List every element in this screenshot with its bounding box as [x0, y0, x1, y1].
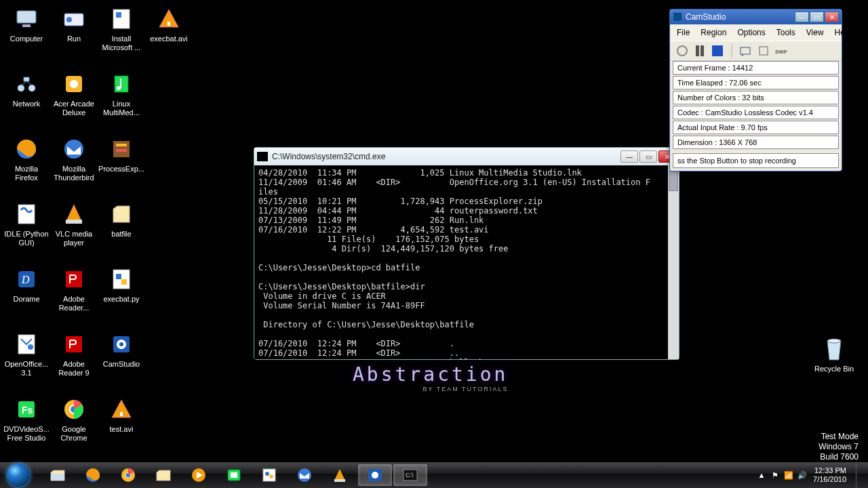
- menu-options[interactable]: Options: [732, 26, 770, 39]
- taskbar-thunderbird[interactable]: [288, 464, 321, 486]
- desktop-icon-execbat-py[interactable]: execbat.py: [98, 266, 145, 304]
- svg-rect-21: [116, 144, 127, 146]
- menubar: FileRegionOptionsToolsViewHelp: [670, 24, 842, 41]
- record-button[interactable]: [675, 44, 689, 58]
- taskbar-vlc[interactable]: [323, 464, 357, 486]
- desktop-icon-idle[interactable]: IDLE (Python GUI): [3, 201, 50, 247]
- desktop-icon-batfile[interactable]: batfile: [98, 201, 145, 239]
- icon-label: Network: [3, 100, 50, 108]
- icon-label: Linux MultiMed...: [98, 100, 145, 117]
- desktop-icon-acer-arcade[interactable]: Acer Arcade Deluxe: [50, 70, 98, 117]
- desktop-icon-dvdvideosoft[interactable]: FsDVDVideoS... Free Studio: [3, 396, 50, 443]
- taskbar-chrome[interactable]: [111, 464, 145, 486]
- taskbar-idle[interactable]: [252, 464, 286, 486]
- svg-text:SWF: SWF: [775, 49, 787, 55]
- tray-chevron-icon[interactable]: ▲: [756, 470, 767, 481]
- pause-button[interactable]: [693, 44, 707, 58]
- svg-point-57: [265, 472, 269, 476]
- desktop-icon-dorame[interactable]: DDorame: [3, 266, 50, 304]
- desktop-icon-computer[interactable]: Computer: [3, 5, 50, 43]
- tray-flag-icon[interactable]: ⚑: [770, 470, 781, 481]
- taskbar-clock[interactable]: 12:33 PM 7/16/2010: [813, 466, 846, 484]
- recycle-bin-label: Recycle Bin: [810, 365, 858, 373]
- status-row-3: Codec : CamStudio Lossless Codec v1.4: [673, 106, 839, 119]
- icon-label: Mozilla Thunderbird: [50, 165, 98, 182]
- svg-text:D: D: [21, 274, 30, 285]
- stop-button[interactable]: [711, 44, 724, 58]
- desktop-icon-run[interactable]: Run: [50, 5, 98, 43]
- desktop-icon-adobe-reader9[interactable]: Adobe Reader 9: [50, 331, 98, 378]
- scrollbar[interactable]: [668, 165, 679, 359]
- desktop-icon-linux-multimed[interactable]: Linux MultiMed...: [98, 70, 145, 117]
- desktop-icon-vlc[interactable]: VLC media player: [50, 201, 98, 247]
- svg-point-8: [18, 85, 24, 92]
- svg-rect-23: [18, 205, 35, 224]
- swf-button[interactable]: SWF: [774, 44, 788, 58]
- taskbar-camstudio[interactable]: [358, 464, 392, 486]
- tray-network-icon[interactable]: 📶: [783, 470, 794, 481]
- svg-rect-17: [120, 79, 121, 88]
- minimize-button[interactable]: —: [795, 12, 809, 22]
- settings-button[interactable]: [757, 44, 770, 58]
- show-desktop-button[interactable]: [856, 462, 864, 488]
- desktop-icon-processexp[interactable]: ProcessExp...: [98, 136, 145, 174]
- camstudio-window[interactable]: CamStudio — ▭ ✕ FileRegionOptionsToolsVi…: [669, 9, 842, 171]
- desktop-icon-test-avi[interactable]: test.avi: [98, 396, 145, 434]
- desktop-icon-adobe-reader[interactable]: Adobe Reader...: [50, 266, 98, 312]
- menu-region[interactable]: Region: [695, 26, 732, 39]
- desktop-icon-chrome[interactable]: Google Chrome: [50, 396, 98, 443]
- menu-view[interactable]: View: [801, 26, 829, 39]
- desktop-icon-network[interactable]: Network: [3, 70, 50, 108]
- minimize-button[interactable]: —: [620, 150, 638, 163]
- taskbar-wmp[interactable]: [182, 464, 216, 486]
- maximize-button[interactable]: ▭: [810, 12, 824, 22]
- icon-label: IDLE (Python GUI): [3, 230, 50, 247]
- camstudio-titlebar[interactable]: CamStudio — ▭ ✕: [670, 9, 842, 24]
- computer-icon: [13, 5, 40, 33]
- tray-icons: ▲ ⚑ 📶 🔊: [756, 470, 808, 481]
- annotation-button[interactable]: [739, 44, 753, 58]
- start-button[interactable]: [0, 462, 37, 488]
- icon-label: batfile: [98, 230, 145, 239]
- tray-volume-icon[interactable]: 🔊: [797, 470, 808, 481]
- svg-rect-45: [741, 47, 750, 54]
- desktop-icon-openoffice[interactable]: OpenOffice... 3.1: [3, 331, 50, 378]
- status-row-0: Current Frame : 14412: [673, 61, 839, 75]
- cmd-titlebar[interactable]: C:\Windows\system32\cmd.exe — ▭ ✕: [254, 148, 679, 165]
- icon-label: Google Chrome: [50, 425, 98, 443]
- idle-icon: [13, 201, 40, 228]
- acer-arcade-icon: [60, 70, 87, 98]
- menu-tools[interactable]: Tools: [771, 26, 801, 39]
- taskbar-vbox[interactable]: [217, 464, 251, 486]
- cmd-window[interactable]: C:\Windows\system32\cmd.exe — ▭ ✕ 04/28/…: [254, 147, 679, 360]
- firefox-icon: [13, 136, 40, 163]
- desktop-icon-install-ms[interactable]: Install Microsoft ...: [98, 5, 145, 52]
- svg-rect-31: [121, 279, 127, 285]
- linux-multimed-icon: [108, 70, 135, 98]
- maximize-button[interactable]: ▭: [639, 150, 657, 163]
- menu-help[interactable]: Help: [829, 26, 857, 39]
- icon-label: CamStudio: [98, 360, 145, 369]
- desktop-icon-thunderbird[interactable]: Mozilla Thunderbird: [50, 136, 98, 182]
- icon-label: Computer: [3, 35, 50, 43]
- taskbar-explorer[interactable]: [41, 464, 75, 486]
- menu-file[interactable]: File: [671, 26, 695, 39]
- svg-rect-25: [66, 220, 82, 224]
- cmd-icon: [257, 152, 268, 161]
- desktop-icon-camstudio[interactable]: CamStudio: [98, 331, 145, 369]
- recycle-bin[interactable]: Recycle Bin: [810, 336, 858, 373]
- taskbar-firefox[interactable]: [76, 464, 110, 486]
- taskbar-cmd[interactable]: C:\: [393, 464, 427, 486]
- desktop-icon-firefox[interactable]: Mozilla Firefox: [3, 136, 50, 182]
- status-bar: ss the Stop Button to stop recording: [673, 153, 839, 168]
- svg-text:Fs: Fs: [22, 405, 33, 415]
- cmd-output[interactable]: 04/28/2010 11:34 PM 1,025 Linux MultiMed…: [254, 165, 679, 359]
- icon-label: Adobe Reader 9: [50, 360, 98, 378]
- close-button[interactable]: ✕: [825, 12, 839, 22]
- icon-label: Mozilla Firefox: [3, 165, 50, 182]
- svg-line-11: [21, 81, 26, 85]
- taskbar-folder[interactable]: [146, 464, 180, 486]
- batfile-icon: [108, 201, 135, 228]
- desktop-icon-execbat-avi[interactable]: execbat.avi: [145, 5, 193, 43]
- icon-label: Dorame: [3, 295, 50, 304]
